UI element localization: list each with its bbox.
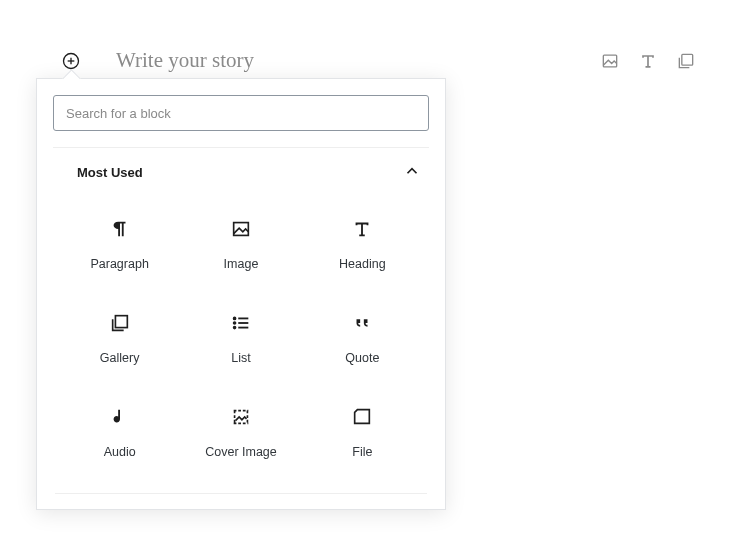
block-label: Quote	[345, 351, 379, 365]
section-title: Most Used	[77, 165, 143, 180]
svg-point-7	[234, 318, 236, 320]
svg-point-9	[234, 327, 236, 329]
section-most-used[interactable]: Most Used	[53, 148, 429, 197]
block-label: Image	[224, 257, 259, 271]
block-audio[interactable]: Audio	[59, 399, 180, 465]
cover-image-icon	[229, 405, 253, 429]
svg-point-8	[234, 322, 236, 324]
svg-rect-6	[115, 316, 127, 328]
search-input[interactable]	[53, 95, 429, 131]
block-cover-image[interactable]: Cover Image	[180, 399, 301, 465]
search-wrap	[37, 79, 445, 147]
paragraph-icon	[108, 217, 132, 241]
image-icon	[229, 217, 253, 241]
block-label: File	[352, 445, 372, 459]
chevron-up-icon	[403, 162, 421, 183]
plus-circle-icon	[61, 51, 81, 71]
gallery-icon	[108, 311, 132, 335]
svg-rect-4	[682, 54, 693, 65]
file-icon	[350, 405, 374, 429]
block-paragraph[interactable]: Paragraph	[59, 211, 180, 277]
heading-icon	[350, 217, 374, 241]
inserter-scroll-area[interactable]: Most Used Paragraph	[53, 147, 429, 509]
block-list[interactable]: List	[180, 305, 301, 371]
editor-topbar: Write your story	[60, 48, 696, 73]
top-actions	[600, 51, 696, 71]
audio-icon	[108, 405, 132, 429]
image-icon	[600, 51, 620, 71]
block-label: List	[231, 351, 250, 365]
block-inserter-panel: Most Used Paragraph	[36, 78, 446, 510]
block-label: Cover Image	[205, 445, 277, 459]
block-grid: Paragraph Image Heading	[53, 197, 429, 475]
block-file[interactable]: File	[302, 399, 423, 465]
block-image[interactable]: Image	[180, 211, 301, 277]
text-icon	[638, 51, 658, 71]
editor-placeholder[interactable]: Write your story	[116, 48, 254, 73]
insert-gallery-button[interactable]	[676, 51, 696, 71]
block-label: Audio	[104, 445, 136, 459]
list-icon	[229, 311, 253, 335]
block-label: Heading	[339, 257, 386, 271]
quote-icon	[350, 311, 374, 335]
insert-heading-button[interactable]	[638, 51, 658, 71]
block-gallery[interactable]: Gallery	[59, 305, 180, 371]
gallery-icon	[676, 51, 696, 71]
block-heading[interactable]: Heading	[302, 211, 423, 277]
block-label: Gallery	[100, 351, 140, 365]
block-label: Paragraph	[90, 257, 148, 271]
block-quote[interactable]: Quote	[302, 305, 423, 371]
insert-image-button[interactable]	[600, 51, 620, 71]
